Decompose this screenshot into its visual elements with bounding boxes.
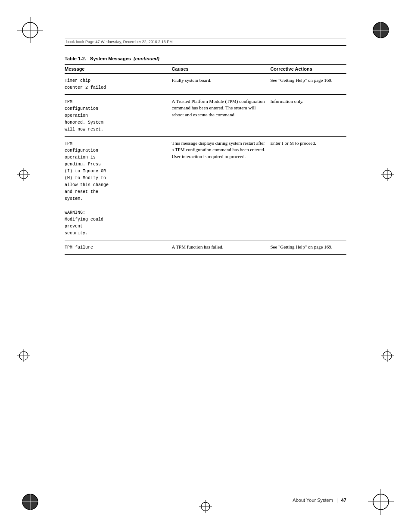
table-header-row: Message Causes Corrective Actions — [65, 64, 346, 74]
row2-causes: A Trusted Platform Module (TPM) configur… — [172, 95, 271, 137]
row1-corrective: See "Getting Help" on page 169. — [270, 74, 346, 95]
row1-message: Timer chipcounter 2 failed — [65, 74, 172, 95]
table-row: Timer chipcounter 2 failed Faulty system… — [65, 74, 346, 95]
table-continued: (continued) — [134, 56, 159, 61]
table-number: Table 1-2. — [65, 56, 86, 61]
table-row: TPM failure A TPM function has failed. S… — [65, 240, 346, 255]
system-messages-table: Message Causes Corrective Actions Timer … — [65, 64, 346, 255]
table-row: TPMconfigurationoperationhonored. System… — [65, 95, 346, 137]
corner-mark-bl — [17, 489, 43, 515]
table-subject: System Messages — [90, 56, 131, 61]
row2-corrective: Information only. — [270, 95, 346, 137]
footer-section: About Your System — [293, 498, 333, 503]
content-area: Table 1-2. System Messages (continued) M… — [65, 56, 346, 480]
col-header-causes: Causes — [172, 64, 271, 74]
side-mark-left-bottom — [17, 349, 30, 364]
table-row: TPMconfigurationoperation ispending. Pre… — [65, 137, 346, 240]
corner-mark-br — [368, 489, 394, 515]
col-header-message: Message — [65, 64, 172, 74]
footer-separator: | — [336, 498, 338, 503]
col-header-corrective: Corrective Actions — [270, 64, 346, 74]
footer: About Your System | 47 — [65, 498, 346, 503]
row4-corrective: See "Getting Help" on page 169. — [270, 240, 346, 255]
right-margin-line — [347, 38, 347, 504]
row4-message: TPM failure — [65, 240, 172, 255]
corner-mark-tr — [368, 17, 394, 43]
left-margin-line — [64, 38, 64, 504]
footer-page-number: 47 — [341, 498, 346, 503]
row2-message: TPMconfigurationoperationhonored. System… — [65, 95, 172, 137]
corner-mark-tl — [17, 17, 43, 43]
header-bar: book.book Page 47 Wednesday, December 22… — [65, 38, 346, 46]
row1-causes: Faulty system board. — [172, 74, 271, 95]
side-mark-right-bottom — [381, 349, 394, 364]
row3-causes: This message displays during system rest… — [172, 137, 271, 240]
header-file-info: book.book Page 47 Wednesday, December 22… — [66, 40, 173, 44]
row4-causes: A TPM function has failed. — [172, 240, 271, 255]
row3-corrective: Enter I or M to proceed. — [270, 137, 346, 240]
row3-message: TPMconfigurationoperation ispending. Pre… — [65, 137, 172, 240]
side-mark-right-top — [381, 168, 394, 183]
side-mark-left-top — [17, 168, 30, 183]
table-title: Table 1-2. System Messages (continued) — [65, 56, 346, 61]
